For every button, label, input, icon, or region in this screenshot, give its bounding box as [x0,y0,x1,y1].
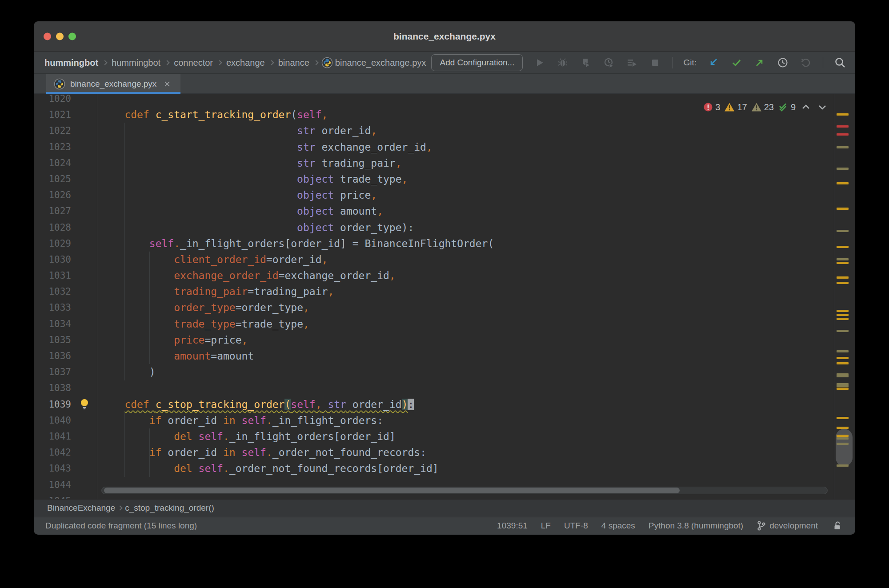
code-line-1037[interactable]: 1037 ) [34,364,834,380]
file-encoding[interactable]: UTF-8 [564,521,588,531]
line-number[interactable]: 1025 [34,171,71,187]
git-commit-icon[interactable] [730,56,743,69]
stop-icon[interactable] [649,56,661,69]
close-window-button[interactable] [44,33,51,40]
stripe-mark[interactable] [837,182,849,184]
line-number[interactable]: 1045 [34,493,71,499]
horizontal-scrollbar-thumb[interactable] [104,488,680,493]
code-line-1022[interactable]: 1022 str order_id, [34,123,834,139]
line-number[interactable]: 1034 [34,316,71,332]
code-line-1027[interactable]: 1027 object amount, [34,203,834,219]
breadcrumb-project[interactable]: hummingbot [44,58,98,68]
git-push-icon[interactable] [753,56,766,69]
line-number[interactable]: 1043 [34,460,71,476]
history-icon[interactable] [777,56,789,69]
stripe-mark[interactable] [837,314,849,316]
line-number[interactable]: 1041 [34,428,71,444]
code-line-1039[interactable]: 1039 cdef c_stop_tracking_order(self, st… [34,396,834,412]
line-number[interactable]: 1037 [34,364,71,380]
rollback-icon[interactable] [800,56,812,69]
code-line-1025[interactable]: 1025 object trade_type, [34,171,834,187]
git-update-icon[interactable] [707,56,720,69]
breadcrumb-class[interactable]: BinanceExchange [47,503,115,513]
breadcrumb-item[interactable]: exchange [226,58,265,68]
stripe-mark[interactable] [837,146,849,148]
stripe-mark[interactable] [837,362,849,364]
code-line-1035[interactable]: 1035 price=price, [34,332,834,348]
code-line-1026[interactable]: 1026 object price, [34,187,834,203]
code-line-1032[interactable]: 1032 trading_pair=trading_pair, [34,284,834,300]
stripe-mark[interactable] [837,330,849,332]
stripe-mark[interactable] [837,230,849,232]
line-number[interactable]: 1031 [34,268,71,284]
minimize-window-button[interactable] [56,33,64,40]
stripe-mark[interactable] [837,168,849,170]
line-ending[interactable]: LF [541,521,551,531]
stripe-mark[interactable] [837,464,849,467]
line-number[interactable]: 1020 [34,94,71,107]
stripe-mark[interactable] [837,427,849,429]
stripe-mark[interactable] [837,383,849,387]
code-line-1041[interactable]: 1041 del self._in_flight_orders[order_id… [34,428,834,444]
stripe-mark[interactable] [837,417,849,419]
git-branch-widget[interactable]: development [757,520,818,531]
stripe-mark[interactable] [837,125,849,128]
previous-problem-icon[interactable] [800,101,812,113]
horizontal-scrollbar[interactable] [101,487,828,494]
line-number[interactable]: 1022 [34,123,71,139]
line-number[interactable]: 1028 [34,220,71,236]
breadcrumb-file[interactable]: binance_exchange.pyx [335,58,426,68]
line-number[interactable]: 1027 [34,203,71,219]
code-line-1040[interactable]: 1040 if order_id in self._in_flight_orde… [34,412,834,428]
line-number[interactable]: 1039 [34,396,71,412]
line-number[interactable]: 1024 [34,155,71,171]
line-number[interactable]: 1032 [34,284,71,300]
python-interpreter[interactable]: Python 3.8 (hummingbot) [649,521,743,531]
code-line-1023[interactable]: 1023 str exchange_order_id, [34,139,834,155]
line-number[interactable]: 1040 [34,412,71,428]
stripe-mark[interactable] [837,282,849,284]
line-number[interactable]: 1029 [34,236,71,252]
stripe-mark[interactable] [837,443,849,445]
line-number[interactable]: 1036 [34,348,71,364]
profiler-icon[interactable] [603,56,615,69]
run-with-parameters-icon[interactable] [626,56,638,69]
inspections-widget[interactable]: 3 17 23 9 [703,101,829,113]
close-icon[interactable] [161,78,173,90]
status-message[interactable]: Duplicated code fragment (15 lines long) [45,521,197,531]
stripe-mark[interactable] [837,318,849,320]
tab-binance-exchange[interactable]: binance_exchange.pyx [46,74,180,94]
ok-count[interactable]: 9 [778,102,796,112]
line-number[interactable]: 1023 [34,139,71,155]
stripe-mark[interactable] [837,276,849,279]
code-line-1038[interactable]: 1038 [34,380,834,396]
breadcrumb-item[interactable]: binance [278,58,309,68]
indent-setting[interactable]: 4 spaces [601,521,635,531]
zoom-window-button[interactable] [68,33,76,40]
line-number[interactable]: 1021 [34,107,71,123]
stripe-mark[interactable] [837,258,849,260]
stripe-mark[interactable] [837,437,849,440]
error-stripe[interactable] [834,94,855,499]
stripe-mark[interactable] [837,357,849,359]
stripe-mark[interactable] [837,208,849,210]
title-bar[interactable]: binance_exchange.pyx [34,21,855,52]
code-line-1042[interactable]: 1042 if order_id in self._order_not_foun… [34,444,834,460]
code-line-1034[interactable]: 1034 trade_type=trade_type, [34,316,834,332]
unlocked-icon[interactable] [831,520,844,532]
breadcrumb-method[interactable]: c_stop_tracking_order() [125,503,214,513]
warning-count[interactable]: 17 [724,102,747,112]
weak-warning-count[interactable]: 23 [751,102,774,112]
line-number[interactable]: 1044 [34,477,71,493]
stripe-mark[interactable] [837,133,849,136]
stripe-mark[interactable] [837,246,849,248]
code-line-1031[interactable]: 1031 exchange_order_id=exchange_order_id… [34,268,834,284]
code-editor[interactable]: 10201021 cdef c_start_tracking_order(sel… [34,94,834,499]
run-with-coverage-icon[interactable] [580,56,592,69]
code-line-1043[interactable]: 1043 del self._order_not_found_records[o… [34,460,834,476]
code-line-1036[interactable]: 1036 amount=amount [34,348,834,364]
stripe-mark[interactable] [837,435,849,437]
line-number[interactable]: 1030 [34,252,71,268]
line-number[interactable]: 1038 [34,380,71,396]
stripe-mark[interactable] [837,262,849,264]
